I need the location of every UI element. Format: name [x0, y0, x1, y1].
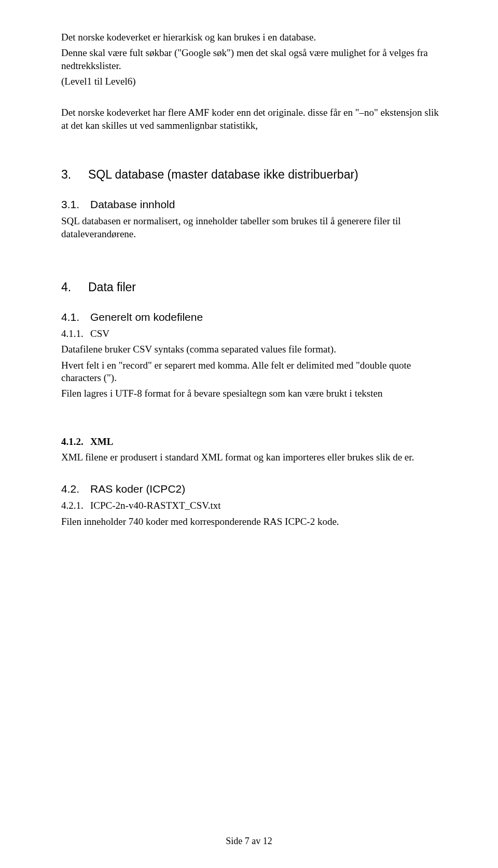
- document-page: Det norske kodeverket er hierarkisk og k…: [0, 0, 498, 868]
- heading-4-2: 4.2.RAS koder (ICPC2): [61, 482, 444, 496]
- heading-4-2-1: 4.2.1.ICPC-2n-v40-RASTXT_CSV.txt: [61, 499, 444, 512]
- heading-4-1-2-number: 4.1.2.: [61, 436, 90, 448]
- heading-4-2-1-title: ICPC-2n-v40-RASTXT_CSV.txt: [90, 500, 220, 511]
- section-4-1-1-body-3: Filen lagres i UTF-8 format for å bevare…: [61, 387, 444, 400]
- heading-3-1: 3.1.Database innhold: [61, 198, 444, 212]
- section-4-2-1-body: Filen inneholder 740 koder med korrespon…: [61, 516, 444, 528]
- section-4-1-1-body-1: Datafilene bruker CSV syntaks (comma sep…: [61, 343, 444, 356]
- page-footer: Side 7 av 12: [0, 835, 498, 847]
- heading-4-title: Data filer: [88, 280, 136, 294]
- intro-para-4: Det norske kodeverket har flere AMF kode…: [61, 106, 444, 132]
- heading-4-1-1: 4.1.1.CSV: [61, 328, 444, 340]
- section-4-1-2-body: XML filene er produsert i standard XML f…: [61, 451, 444, 464]
- heading-4-2-number: 4.2.: [61, 482, 90, 496]
- heading-3-title: SQL database (master database ikke distr…: [88, 168, 358, 181]
- heading-4-number: 4.: [61, 280, 88, 295]
- intro-para-1: Det norske kodeverket er hierarkisk og k…: [61, 31, 444, 44]
- heading-4: 4.Data filer: [61, 280, 444, 295]
- heading-3-1-title: Database innhold: [90, 198, 175, 210]
- heading-3-number: 3.: [61, 167, 88, 182]
- heading-4-1-number: 4.1.: [61, 310, 90, 324]
- intro-para-2: Denne skal være fult søkbar ("Google søk…: [61, 47, 444, 72]
- heading-3-1-number: 3.1.: [61, 198, 90, 212]
- heading-4-1-1-number: 4.1.1.: [61, 328, 90, 340]
- section-4-1-1-body-2: Hvert felt i en "record" er separert med…: [61, 359, 444, 385]
- heading-4-1-2: 4.1.2.XML: [61, 436, 444, 448]
- heading-4-2-1-number: 4.2.1.: [61, 499, 90, 512]
- heading-3: 3.SQL database (master database ikke dis…: [61, 167, 444, 182]
- intro-para-3: (Level1 til Level6): [61, 75, 444, 88]
- heading-4-1-2-title: XML: [90, 436, 113, 447]
- heading-4-2-title: RAS koder (ICPC2): [90, 483, 185, 495]
- heading-4-1-1-title: CSV: [90, 328, 109, 339]
- heading-4-1: 4.1.Generelt om kodefilene: [61, 310, 444, 324]
- heading-4-1-title: Generelt om kodefilene: [90, 311, 203, 323]
- section-3-1-body: SQL databasen er normalisert, og innehol…: [61, 215, 444, 240]
